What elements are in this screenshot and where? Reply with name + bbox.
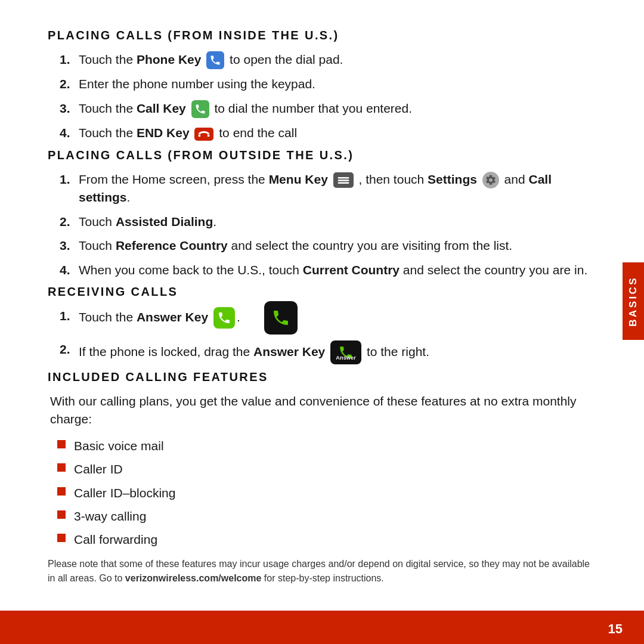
section-heading-receiving: RECEIVING CALLS bbox=[48, 285, 596, 299]
disclaimer-text: Please note that some of these features … bbox=[48, 557, 596, 586]
section-heading-outside: PLACING CALLS (FROM OUTSIDE THE U.S.) bbox=[48, 148, 596, 162]
outside-step-4-content: When you come back to the U.S., touch Cu… bbox=[79, 261, 596, 279]
disclaimer-link: verizonwireless.com/welcome bbox=[125, 573, 262, 583]
bullet-3 bbox=[57, 487, 66, 496]
menu-key-label: Menu Key bbox=[269, 172, 328, 186]
section-heading-inside: PLACING CALLS (FROM INSIDE THE U.S.) bbox=[48, 29, 596, 42]
disclaimer-after: for step-by-step instructions. bbox=[261, 573, 383, 583]
page-content: PLACING CALLS (FROM INSIDE THE U.S.) 1. … bbox=[0, 0, 644, 633]
inside-step-3: 3. Touch the Call Key to dial the number… bbox=[60, 100, 596, 118]
feature-item-4: 3-way calling bbox=[57, 507, 596, 525]
outside-step-4: 4. When you come back to the U.S., touch… bbox=[60, 261, 596, 279]
phone-key-label: Phone Key bbox=[137, 52, 202, 66]
inside-step-2: 2. Enter the phone number using the keyp… bbox=[60, 75, 596, 93]
answer-key-green-icon bbox=[213, 307, 235, 329]
svg-rect-1 bbox=[338, 179, 349, 181]
inside-step-4-num: 4. bbox=[60, 124, 76, 142]
call-key-icon bbox=[191, 100, 209, 118]
answer-key-dark-label: Answer bbox=[336, 354, 356, 362]
section-heading-included: INCLUDED CALLING FEATURES bbox=[48, 370, 596, 384]
outside-step-1: 1. From the Home screen, press the Menu … bbox=[60, 171, 596, 207]
outside-step-3-num: 3. bbox=[60, 237, 76, 255]
outside-step-4-num: 4. bbox=[60, 261, 76, 279]
receiving-step-1-content: Touch the Answer Key . bbox=[79, 307, 596, 335]
answer-key-label-2: Answer Key bbox=[253, 345, 325, 358]
bullet-4 bbox=[57, 510, 66, 519]
feature-3-text: Caller ID–blocking bbox=[74, 484, 175, 501]
svg-rect-0 bbox=[338, 177, 349, 179]
answer-key-dark-float bbox=[264, 301, 298, 335]
bullet-2 bbox=[57, 463, 66, 472]
page-number: 15 bbox=[608, 621, 623, 637]
feature-1-text: Basic voice mail bbox=[74, 437, 164, 454]
inside-step-4: 4. Touch the END Key to end the call bbox=[60, 124, 596, 142]
feature-item-2: Caller ID bbox=[57, 460, 596, 478]
answer-key-dark-icon-standalone bbox=[264, 301, 298, 335]
end-key-label: END Key bbox=[137, 126, 190, 140]
inside-step-1-content: Touch the Phone Key to open the dial pad… bbox=[79, 51, 596, 69]
svg-rect-2 bbox=[338, 182, 349, 184]
call-key-label: Call Key bbox=[137, 101, 186, 115]
feature-item-3: Caller ID–blocking bbox=[57, 484, 596, 501]
menu-key-icon bbox=[333, 172, 354, 188]
outside-step-2-content: Touch Assisted Dialing. bbox=[79, 213, 596, 231]
outside-step-1-num: 1. bbox=[60, 171, 76, 188]
receiving-step-1-num: 1. bbox=[60, 307, 76, 325]
inside-step-1-num: 1. bbox=[60, 51, 76, 69]
included-features-list: Basic voice mail Caller ID Caller ID–blo… bbox=[57, 437, 596, 549]
inside-step-2-content: Enter the phone number using the keypad. bbox=[79, 75, 596, 93]
end-key-icon bbox=[194, 128, 213, 141]
outside-steps-list: 1. From the Home screen, press the Menu … bbox=[60, 171, 596, 279]
outside-step-2: 2. Touch Assisted Dialing. bbox=[60, 213, 596, 231]
section-placing-inside: PLACING CALLS (FROM INSIDE THE U.S.) 1. … bbox=[48, 29, 596, 143]
side-tab-label: BASICS bbox=[627, 276, 639, 327]
feature-2-text: Caller ID bbox=[74, 460, 123, 478]
phone-key-icon bbox=[206, 51, 224, 69]
feature-item-5: Call forwarding bbox=[57, 531, 596, 548]
receiving-step-1: 1. Touch the Answer Key . bbox=[60, 307, 596, 335]
outside-step-3: 3. Touch Reference Country and select th… bbox=[60, 237, 596, 255]
outside-step-2-num: 2. bbox=[60, 213, 76, 231]
inside-steps-list: 1. Touch the Phone Key to open the dial … bbox=[60, 51, 596, 143]
receiving-step-2-num: 2. bbox=[60, 340, 76, 358]
inside-step-2-num: 2. bbox=[60, 75, 76, 93]
receiving-step-1-text: Touch the Answer Key . bbox=[79, 307, 240, 329]
inside-step-3-num: 3. bbox=[60, 100, 76, 117]
feature-4-text: 3-way calling bbox=[74, 507, 146, 525]
receiving-step-2: 2. If the phone is locked, drag the Answ… bbox=[60, 340, 596, 364]
settings-icon bbox=[482, 172, 499, 188]
section-included: INCLUDED CALLING FEATURES With our calli… bbox=[48, 370, 596, 586]
answer-key-dark-icon: Answer bbox=[330, 340, 361, 364]
reference-country-label: Reference Country bbox=[116, 239, 228, 252]
assisted-dialing-label: Assisted Dialing bbox=[116, 215, 213, 228]
settings-label: Settings bbox=[428, 172, 477, 186]
bullet-1 bbox=[57, 440, 66, 448]
footer-bar: 15 bbox=[0, 611, 644, 644]
current-country-label: Current Country bbox=[303, 263, 400, 277]
included-intro: With our calling plans, you get the valu… bbox=[50, 392, 596, 429]
section-receiving: RECEIVING CALLS 1. Touch the Answer Key … bbox=[48, 285, 596, 364]
outside-step-3-content: Touch Reference Country and select the c… bbox=[79, 237, 596, 255]
side-tab: BASICS bbox=[623, 262, 644, 340]
bullet-5 bbox=[57, 534, 66, 542]
receiving-step-2-content: If the phone is locked, drag the Answer … bbox=[79, 340, 596, 364]
inside-step-4-content: Touch the END Key to end the call bbox=[79, 124, 596, 142]
outside-step-1-content: From the Home screen, press the Menu Key… bbox=[79, 171, 596, 207]
feature-item-1: Basic voice mail bbox=[57, 437, 596, 454]
inside-step-3-content: Touch the Call Key to dial the number th… bbox=[79, 100, 596, 118]
receiving-step-1-row: Touch the Answer Key . bbox=[79, 307, 596, 335]
answer-key-label-1: Answer Key bbox=[137, 310, 208, 324]
section-placing-outside: PLACING CALLS (FROM OUTSIDE THE U.S.) 1.… bbox=[48, 148, 596, 279]
inside-step-1: 1. Touch the Phone Key to open the dial … bbox=[60, 51, 596, 69]
feature-5-text: Call forwarding bbox=[74, 531, 157, 548]
receiving-steps-list: 1. Touch the Answer Key . bbox=[60, 307, 596, 364]
